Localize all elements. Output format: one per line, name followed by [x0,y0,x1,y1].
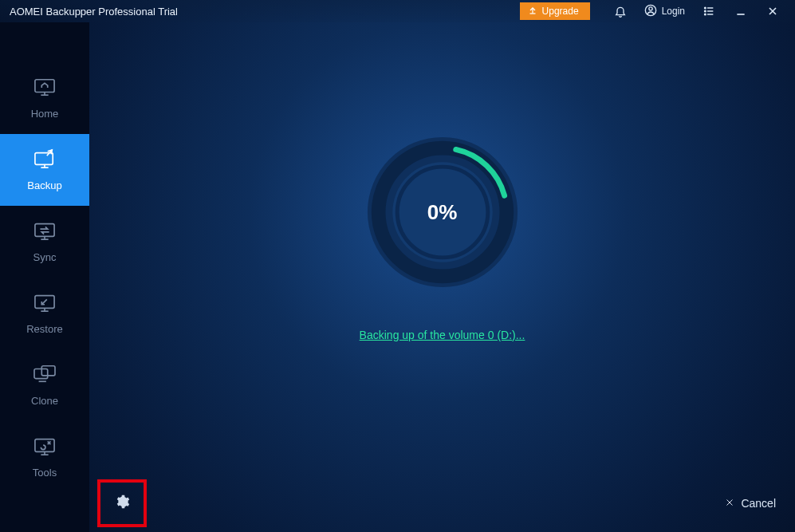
login-button[interactable]: Login [644,4,685,19]
settings-button[interactable] [97,479,147,527]
sidebar-item-label: Home [31,108,59,120]
restore-icon [33,292,57,315]
sidebar-item-restore[interactable]: Restore [0,278,89,349]
user-icon [644,4,657,19]
upgrade-label: Upgrade [542,6,579,17]
tools-icon [33,435,57,459]
svg-rect-12 [35,153,53,165]
sidebar-item-label: Clone [31,395,58,407]
body: Home Backup Sync [0,22,795,532]
sidebar-item-clone[interactable]: Clone [0,349,89,421]
login-label: Login [662,6,685,17]
main-panel: 0% Backing up of the volume 0 (D:)... [89,22,795,532]
backup-status-link[interactable]: Backing up of the volume 0 (D:)... [360,329,525,341]
backup-icon [33,148,57,171]
sidebar-item-label: Tools [33,467,57,479]
app-window: AOMEI Backupper Professional Trial Upgra… [0,0,795,532]
sidebar-item-label: Sync [33,251,57,263]
svg-point-1 [648,6,651,10]
sidebar: Home Backup Sync [0,22,89,532]
upgrade-button[interactable]: Upgrade [520,2,590,20]
task-list-icon[interactable] [701,3,717,19]
svg-rect-16 [41,366,55,376]
progress-percent: 0% [364,134,521,290]
svg-point-6 [705,14,706,15]
cancel-label: Cancel [741,497,776,510]
sidebar-item-home[interactable]: Home [0,62,89,134]
svg-rect-11 [35,80,54,93]
svg-rect-13 [35,224,54,237]
upgrade-icon [528,6,537,18]
svg-point-4 [705,10,706,12]
app-title: AOMEI Backupper Professional Trial [10,6,178,18]
titlebar: AOMEI Backupper Professional Trial Upgra… [0,0,795,22]
sidebar-item-backup[interactable]: Backup [0,134,89,206]
close-icon [725,497,734,510]
footer: Cancel [89,475,795,532]
close-button[interactable] [765,3,781,19]
sidebar-item-sync[interactable]: Sync [0,206,89,278]
cancel-button[interactable]: Cancel [725,497,776,510]
svg-rect-15 [34,369,48,379]
sidebar-item-label: Backup [27,179,61,191]
sidebar-item-label: Restore [26,323,63,335]
gear-icon [114,494,130,513]
sidebar-item-tools[interactable]: Tools [0,421,89,493]
progress-ring: 0% [364,134,521,290]
clone-icon [33,364,57,387]
minimize-button[interactable] [733,3,749,19]
sync-icon [33,220,57,243]
notifications-icon[interactable] [612,3,628,19]
svg-point-2 [705,7,706,9]
home-icon [33,77,57,100]
